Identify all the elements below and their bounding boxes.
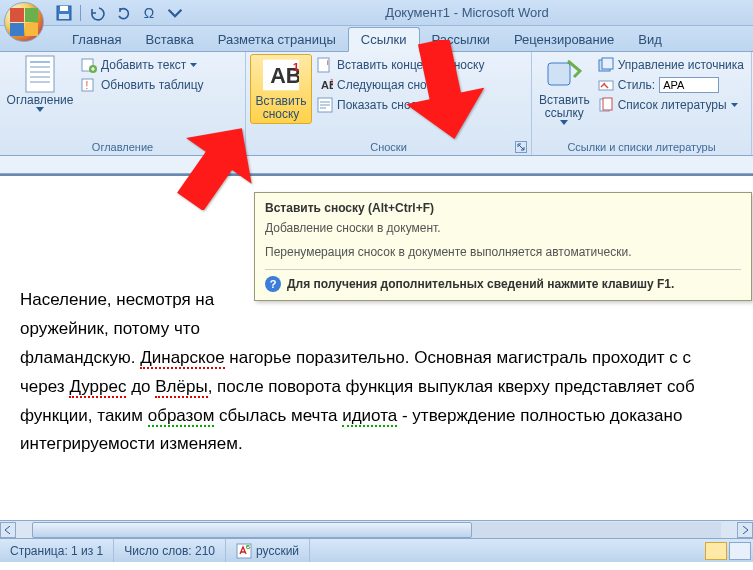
- chevron-left-icon: [4, 526, 12, 534]
- document-area[interactable]: Вставить сноску (Alt+Ctrl+F) Добавление …: [0, 174, 753, 520]
- style-selector[interactable]: Стиль:: [595, 76, 747, 94]
- doc-text: , после поворота функция выпуклая кверху…: [208, 377, 695, 396]
- ribbon-tabstrip: Главная Вставка Разметка страницы Ссылки…: [0, 26, 753, 52]
- scroll-thumb[interactable]: [32, 522, 472, 538]
- doc-text: интегрируемости изменяем.: [20, 434, 243, 453]
- insert-footnote-button[interactable]: AB1 Вставить сноску: [250, 54, 312, 124]
- tab-review[interactable]: Рецензирование: [502, 28, 626, 51]
- doc-text: сбылась мечта: [214, 406, 342, 425]
- svg-rect-30: [603, 98, 612, 110]
- tab-view[interactable]: Вид: [626, 28, 674, 51]
- doc-text: Население, несмотря на: [20, 290, 214, 309]
- doc-text: функции, таким: [20, 406, 148, 425]
- scroll-track[interactable]: [32, 522, 721, 538]
- show-notes-icon: [317, 97, 333, 113]
- svg-text:Ω: Ω: [144, 5, 154, 21]
- chevron-down-icon: [190, 63, 197, 68]
- insert-citation-label: Вставить ссылку: [538, 94, 591, 120]
- chevron-down-icon: [167, 5, 183, 21]
- svg-rect-25: [548, 63, 570, 85]
- repeat-button[interactable]: [113, 3, 133, 23]
- tab-insert[interactable]: Вставка: [133, 28, 205, 51]
- update-toc-button[interactable]: ! Обновить таблицу: [78, 76, 207, 94]
- undo-icon: [89, 5, 105, 21]
- scroll-right-button[interactable]: [737, 522, 753, 538]
- chevron-down-icon: [36, 107, 44, 113]
- tooltip: Вставить сноску (Alt+Ctrl+F) Добавление …: [254, 192, 752, 301]
- quick-access-toolbar: Ω: [54, 3, 185, 23]
- style-label: Стиль:: [618, 78, 655, 92]
- toc-label: Оглавление: [7, 94, 74, 107]
- svg-text:1: 1: [293, 60, 299, 73]
- footnotes-dialog-launcher[interactable]: [515, 141, 527, 153]
- save-button[interactable]: [54, 3, 74, 23]
- update-icon: !: [81, 77, 97, 93]
- toc-icon: [22, 56, 58, 92]
- style-input[interactable]: [659, 77, 719, 93]
- tab-home[interactable]: Главная: [60, 28, 133, 51]
- add-text-label: Добавить текст: [101, 58, 186, 72]
- endnote-icon: i: [317, 57, 333, 73]
- group-citations: Вставить ссылку Управление источника Сти…: [532, 52, 752, 155]
- svg-text:!: !: [86, 80, 89, 91]
- status-language-label: русский: [256, 544, 299, 558]
- undo-button[interactable]: [87, 3, 107, 23]
- doc-text: идиота: [342, 406, 397, 427]
- svg-rect-27: [602, 58, 613, 69]
- chevron-down-icon: [731, 103, 738, 108]
- qat-customize[interactable]: [165, 3, 185, 23]
- svg-rect-4: [26, 56, 54, 92]
- dialog-launcher-icon: [517, 143, 525, 151]
- doc-text: образом: [148, 406, 215, 427]
- svg-text:1: 1: [330, 78, 333, 85]
- tooltip-line2: Перенумерация сносок в документе выполня…: [265, 245, 741, 259]
- status-words[interactable]: Число слов: 210: [114, 539, 226, 562]
- tooltip-title: Вставить сноску (Alt+Ctrl+F): [265, 201, 741, 215]
- update-toc-label: Обновить таблицу: [101, 78, 204, 92]
- footnote-icon: AB1: [263, 57, 299, 93]
- omega-button[interactable]: Ω: [139, 3, 159, 23]
- doc-text: через: [20, 377, 69, 396]
- add-text-icon: [81, 57, 97, 73]
- bibliography-label: Список литературы: [618, 98, 727, 112]
- manage-sources-button[interactable]: Управление источника: [595, 56, 747, 74]
- add-text-button[interactable]: Добавить текст: [78, 56, 207, 74]
- bibliography-button[interactable]: Список литературы: [595, 96, 747, 114]
- chevron-right-icon: [741, 526, 749, 534]
- office-button[interactable]: [4, 2, 44, 42]
- status-language[interactable]: русский: [226, 539, 310, 562]
- doc-text: Влёры: [155, 377, 207, 398]
- manage-sources-icon: [598, 57, 614, 73]
- horizontal-scrollbar[interactable]: [0, 520, 753, 538]
- doc-text: Динарское: [140, 348, 224, 369]
- window-title: Документ1 - Microsoft Word: [185, 5, 749, 20]
- tab-layout[interactable]: Разметка страницы: [206, 28, 348, 51]
- group-footnotes-label: Сноски: [250, 139, 527, 155]
- bibliography-icon: [598, 97, 614, 113]
- doc-text: - утверждение полностью доказано: [397, 406, 682, 425]
- ribbon: Оглавление Добавить текст ! Обновить таб…: [0, 52, 753, 156]
- annotation-arrow-1: [176, 120, 256, 214]
- doc-text: до: [126, 377, 155, 396]
- next-footnote-icon: AB1: [317, 77, 333, 93]
- repeat-icon: [115, 5, 131, 21]
- insert-citation-button[interactable]: Вставить ссылку: [536, 54, 593, 128]
- group-footnotes: AB1 Вставить сноску i Вставить концевую …: [246, 52, 532, 155]
- tooltip-line1: Добавление сноски в документ.: [265, 221, 741, 235]
- view-print-layout[interactable]: [705, 542, 727, 560]
- doc-text: оружейник, потому что: [20, 319, 205, 338]
- group-citations-label: Ссылки и списки литературы: [536, 139, 747, 155]
- omega-icon: Ω: [141, 5, 157, 21]
- view-full-screen[interactable]: [729, 542, 751, 560]
- svg-rect-2: [59, 14, 69, 19]
- status-bar: Страница: 1 из 1 Число слов: 210 русский: [0, 538, 753, 562]
- ruler[interactable]: [0, 156, 753, 174]
- doc-text: нагорье поразительно. Основная магистрал…: [225, 348, 691, 367]
- svg-rect-1: [60, 6, 68, 11]
- manage-sources-label: Управление источника: [618, 58, 744, 72]
- toc-button[interactable]: Оглавление: [4, 54, 76, 115]
- insert-footnote-label: Вставить сноску: [253, 95, 309, 121]
- scroll-left-button[interactable]: [0, 522, 16, 538]
- help-icon: ?: [265, 276, 281, 292]
- status-page[interactable]: Страница: 1 из 1: [0, 539, 114, 562]
